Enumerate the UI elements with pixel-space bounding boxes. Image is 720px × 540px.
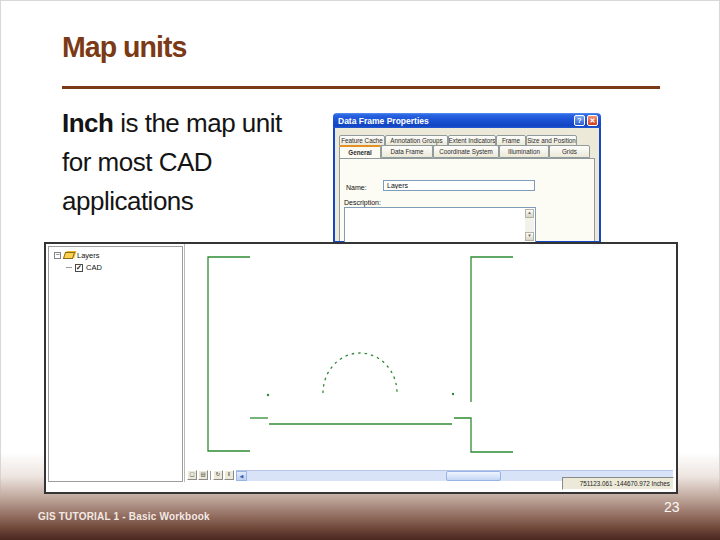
cad-left-bracket xyxy=(208,257,250,451)
cad-right-bracket-top xyxy=(471,257,513,402)
cad-right-bracket-bottom xyxy=(454,418,513,452)
name-label: Name: xyxy=(346,184,367,191)
name-field[interactable] xyxy=(383,180,535,191)
data-frame-properties-dialog: Data Frame Properties ? ✕ Feature Cache … xyxy=(333,113,601,243)
cad-dashed-arc xyxy=(323,353,397,393)
general-tab-page: Name: Description: ▲ ▼ Credits: xyxy=(339,158,595,241)
dialog-title-bar[interactable]: Data Frame Properties ? ✕ xyxy=(333,113,601,128)
page-number: 23 xyxy=(664,499,680,515)
footer-text: GIS TUTORIAL 1 - Basic Workbook xyxy=(38,511,210,522)
tab-general[interactable]: General xyxy=(339,145,381,159)
data-view-icon[interactable]: ▢ xyxy=(187,470,197,480)
tab-coordinate-system[interactable]: Coordinate System xyxy=(433,145,499,158)
description-label: Description: xyxy=(344,199,381,206)
view-button-strip: ▢ ▤ ↻ ‖ xyxy=(187,470,234,480)
help-icon[interactable]: ? xyxy=(574,115,585,126)
tab-illumination[interactable]: Illumination xyxy=(499,145,549,158)
dialog-title: Data Frame Properties xyxy=(338,116,429,126)
cad-drawing-canvas[interactable] xyxy=(46,244,676,492)
body-text-lead: Inch xyxy=(62,108,113,138)
coordinate-status-bar: 751123.061 -144670.972 Inches xyxy=(562,477,674,490)
scrollbar-thumb[interactable] xyxy=(446,471,501,481)
page-title: Map units xyxy=(62,30,186,64)
body-text-line3: applications xyxy=(62,186,193,216)
body-text: Inch is the map unit for most CAD applic… xyxy=(62,104,327,221)
layout-view-icon[interactable]: ▤ xyxy=(198,470,208,480)
scroll-up-icon[interactable]: ▲ xyxy=(525,209,534,218)
dialog-tab-row-front: General Data Frame Coordinate System Ill… xyxy=(339,145,590,159)
cad-dot-right xyxy=(452,393,454,395)
cad-dot-left xyxy=(267,394,269,396)
body-text-line1: is the map unit xyxy=(113,108,281,138)
scroll-left-icon[interactable]: ◀ xyxy=(236,471,247,481)
description-field[interactable]: ▲ ▼ xyxy=(344,207,536,243)
pause-drawing-icon[interactable]: ‖ xyxy=(224,470,234,480)
map-window: − Layers ✓ CAD xyxy=(44,242,678,494)
scroll-down-icon[interactable]: ▼ xyxy=(525,232,534,241)
tab-data-frame[interactable]: Data Frame xyxy=(381,145,433,158)
dialog-body: Feature Cache Annotation Groups Extent I… xyxy=(333,128,601,243)
title-underline xyxy=(62,86,660,89)
tab-grids[interactable]: Grids xyxy=(549,145,590,158)
refresh-icon[interactable]: ↻ xyxy=(213,470,223,480)
slide: Map units Inch is the map unit for most … xyxy=(0,0,720,540)
body-text-line2: for most CAD xyxy=(62,147,212,177)
description-scrollbar[interactable]: ▲ ▼ xyxy=(525,209,534,241)
button-separator xyxy=(210,471,211,480)
coordinate-readout: 751123.061 -144670.972 Inches xyxy=(580,480,670,487)
close-icon[interactable]: ✕ xyxy=(587,115,598,126)
